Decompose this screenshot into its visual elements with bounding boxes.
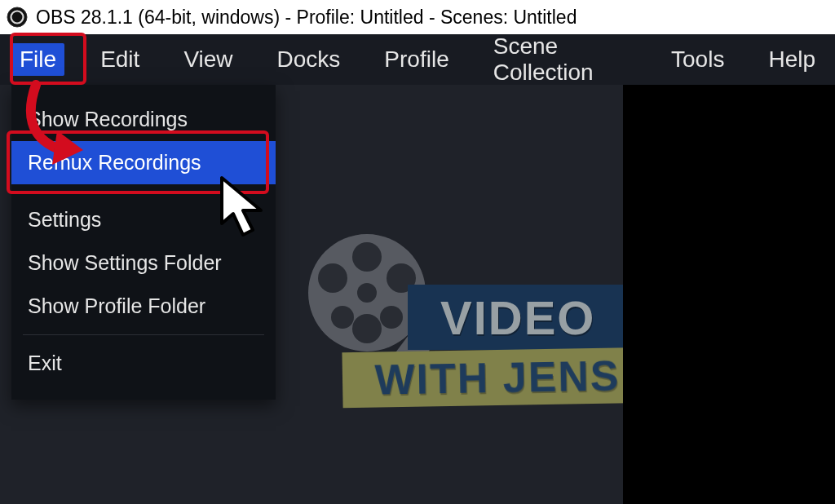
file-menu-remux-recordings[interactable]: Remux Recordings bbox=[11, 141, 276, 184]
file-menu-exit[interactable]: Exit bbox=[11, 342, 276, 385]
menubar: File Edit View Docks Profile Scene Colle… bbox=[0, 34, 835, 85]
logo-box-top: VIDEO bbox=[408, 285, 652, 350]
menu-view[interactable]: View bbox=[175, 43, 241, 76]
logo-text-with-jens: WITH JENS bbox=[374, 351, 621, 404]
window-title: OBS 28.1.1 (64-bit, windows) - Profile: … bbox=[36, 7, 577, 29]
svg-point-6 bbox=[352, 314, 382, 343]
svg-point-2 bbox=[13, 13, 17, 17]
right-black-panel bbox=[623, 85, 835, 504]
svg-point-7 bbox=[318, 263, 347, 293]
menu-separator bbox=[23, 334, 264, 335]
menu-tools[interactable]: Tools bbox=[663, 43, 732, 76]
menu-separator bbox=[23, 191, 264, 192]
menu-edit[interactable]: Edit bbox=[92, 43, 148, 76]
svg-point-9 bbox=[331, 306, 354, 329]
file-menu-show-settings-folder[interactable]: Show Settings Folder bbox=[11, 241, 276, 285]
file-menu-settings[interactable]: Settings bbox=[11, 198, 276, 241]
titlebar: OBS 28.1.1 (64-bit, windows) - Profile: … bbox=[0, 0, 835, 34]
file-menu-show-profile-folder[interactable]: Show Profile Folder bbox=[11, 285, 276, 328]
svg-point-10 bbox=[380, 306, 403, 329]
file-menu-show-recordings[interactable]: Show Recordings bbox=[11, 98, 276, 141]
menu-profile[interactable]: Profile bbox=[376, 43, 457, 76]
menu-file[interactable]: File bbox=[11, 43, 64, 76]
file-menu-dropdown: Show Recordings Remux Recordings Setting… bbox=[11, 85, 276, 400]
logo-box-bottom: WITH JENS bbox=[342, 347, 652, 409]
preview-content-logo: VIDEO WITH JENS bbox=[302, 228, 660, 415]
menu-help[interactable]: Help bbox=[760, 43, 824, 76]
logo-text-video: VIDEO bbox=[440, 290, 596, 345]
svg-point-4 bbox=[357, 283, 377, 303]
svg-point-5 bbox=[352, 242, 382, 272]
menu-scene-collection[interactable]: Scene Collection bbox=[485, 30, 635, 89]
menu-docks[interactable]: Docks bbox=[269, 43, 349, 76]
obs-icon bbox=[7, 7, 28, 28]
